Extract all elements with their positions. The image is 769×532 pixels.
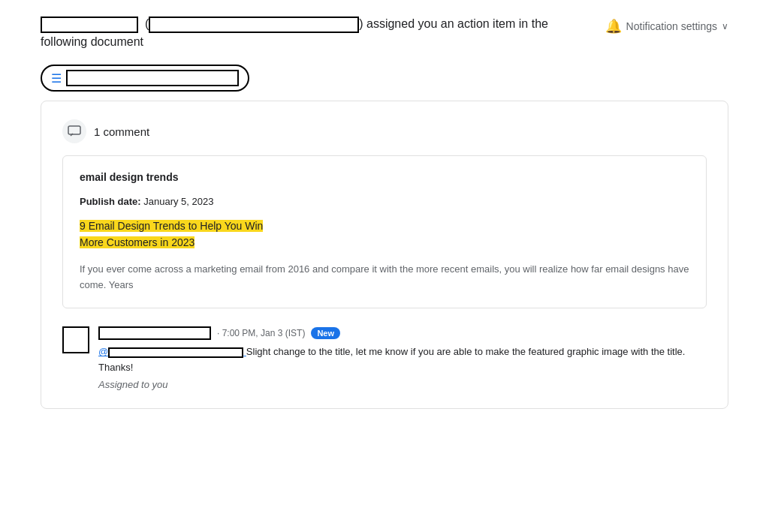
mention-name-redacted bbox=[108, 347, 243, 358]
comment-thread: · 7:00 PM, Jan 3 (IST) New @ Slight chan… bbox=[62, 323, 707, 390]
mention-prefix: @ bbox=[98, 346, 108, 357]
header-text: () assigned you an action item in the fo… bbox=[41, 15, 605, 51]
commenter-avatar bbox=[62, 326, 89, 353]
sender-redacted bbox=[41, 17, 138, 33]
highlighted-title-container: 9 Email Design Trends to Help You Win Mo… bbox=[80, 218, 689, 251]
comment-text: @ Slight change to the title, let me kno… bbox=[98, 344, 707, 376]
notification-settings-label: Notification settings bbox=[626, 20, 717, 32]
header-left: () assigned you an action item in the fo… bbox=[41, 15, 605, 51]
notification-settings-button[interactable]: 🔔 Notification settings ∨ bbox=[605, 15, 728, 35]
svg-rect-0 bbox=[68, 126, 80, 134]
doc-preview-card: email design trends Publish date: Januar… bbox=[62, 155, 707, 308]
doc-title-redacted bbox=[66, 70, 239, 86]
bell-icon: 🔔 bbox=[605, 18, 622, 35]
chevron-down-icon: ∨ bbox=[722, 21, 728, 32]
highlighted-title-line2: More Customers in 2023 bbox=[80, 236, 195, 248]
sender-email-redacted bbox=[149, 17, 359, 33]
assigned-label: Assigned to you bbox=[98, 379, 707, 390]
doc-preview-title: email design trends bbox=[80, 171, 689, 183]
mention-link[interactable]: @ bbox=[98, 346, 246, 357]
comment-time: · 7:00 PM, Jan 3 (IST) bbox=[217, 328, 305, 338]
doc-preview-text: If you ever come across a marketing emai… bbox=[80, 262, 689, 293]
main-content: 1 comment email design trends Publish da… bbox=[0, 101, 769, 409]
publish-date-value: January 5, 2023 bbox=[143, 196, 213, 207]
publish-date-row: Publish date: January 5, 2023 bbox=[80, 195, 689, 207]
doc-bar[interactable]: ☰ bbox=[41, 65, 249, 92]
assignment-text-part1: assigned you an action item in the bbox=[366, 17, 548, 30]
comment-count-row: 1 comment bbox=[62, 119, 707, 143]
comment-count-label: 1 comment bbox=[94, 125, 149, 138]
doc-list-icon: ☰ bbox=[51, 71, 62, 86]
top-header: () assigned you an action item in the fo… bbox=[0, 0, 769, 59]
comment-card: 1 comment email design trends Publish da… bbox=[41, 101, 728, 409]
assignment-text-part2: following document bbox=[41, 35, 143, 48]
comment-icon bbox=[62, 119, 86, 143]
comment-body: · 7:00 PM, Jan 3 (IST) New @ Slight chan… bbox=[98, 326, 707, 390]
toolbar-row: ☰ bbox=[0, 59, 769, 101]
comment-meta: · 7:00 PM, Jan 3 (IST) New bbox=[98, 326, 707, 340]
publish-date-label: Publish date: bbox=[80, 196, 143, 207]
highlighted-title-line1: 9 Email Design Trends to Help You Win bbox=[80, 220, 263, 232]
new-badge: New bbox=[311, 327, 340, 339]
commenter-name-redacted bbox=[98, 326, 211, 340]
